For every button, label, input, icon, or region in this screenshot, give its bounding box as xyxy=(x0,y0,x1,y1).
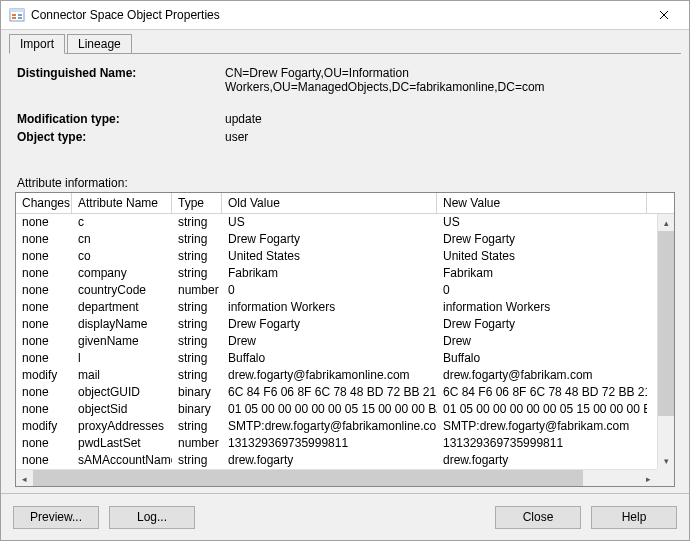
cell: sAMAccountName xyxy=(72,452,172,469)
col-old-value[interactable]: Old Value xyxy=(222,193,437,213)
cell: SMTP:drew.fogarty@fabrikamonline.com xyxy=(222,418,437,435)
window-title: Connector Space Object Properties xyxy=(31,8,643,22)
scroll-down-icon[interactable]: ▾ xyxy=(658,452,674,469)
objtype-label: Object type: xyxy=(15,130,225,144)
cell: string xyxy=(172,316,222,333)
cell: pwdLastSet xyxy=(72,435,172,452)
cell: modify xyxy=(16,367,72,384)
table-row[interactable]: nonecnstringDrew FogartyDrew Fogarty xyxy=(16,231,674,248)
cell: l xyxy=(72,350,172,367)
cell: string xyxy=(172,333,222,350)
hscroll-thumb[interactable] xyxy=(33,470,583,486)
cell: countryCode xyxy=(72,282,172,299)
table-row[interactable]: nonecostringUnited StatesUnited States xyxy=(16,248,674,265)
table-row[interactable]: noneobjectGUIDbinary6C 84 F6 06 8F 6C 78… xyxy=(16,384,674,401)
cell: objectSid xyxy=(72,401,172,418)
tab-strip: Import Lineage xyxy=(1,30,689,53)
table-row[interactable]: nonecstringUSUS xyxy=(16,214,674,231)
cell: string xyxy=(172,418,222,435)
table-row[interactable]: nonelstringBuffaloBuffalo xyxy=(16,350,674,367)
cell: string xyxy=(172,248,222,265)
cell: co xyxy=(72,248,172,265)
close-icon[interactable] xyxy=(643,1,685,29)
col-type[interactable]: Type xyxy=(172,193,222,213)
cell: United States xyxy=(222,248,437,265)
cell: Drew xyxy=(437,333,647,350)
scroll-left-icon[interactable]: ◂ xyxy=(16,470,33,486)
tab-import[interactable]: Import xyxy=(9,34,65,54)
cell: United States xyxy=(437,248,647,265)
table-row[interactable]: modifyproxyAddressesstringSMTP:drew.foga… xyxy=(16,418,674,435)
table-row[interactable]: nonecompanystringFabrikamFabrikam xyxy=(16,265,674,282)
table-row[interactable]: noneobjectSidbinary01 05 00 00 00 00 00 … xyxy=(16,401,674,418)
attribute-section-label: Attribute information: xyxy=(15,176,675,190)
cell: 131329369735999811 xyxy=(222,435,437,452)
table-row[interactable]: nonecountryCodenumber00 xyxy=(16,282,674,299)
vscroll-track[interactable] xyxy=(658,231,674,452)
tab-lineage-label: Lineage xyxy=(78,37,121,51)
cell: department xyxy=(72,299,172,316)
cell: string xyxy=(172,214,222,231)
cell: 0 xyxy=(222,282,437,299)
cell: drew.fogarty@fabrikamonline.com xyxy=(222,367,437,384)
svg-rect-4 xyxy=(18,14,22,16)
cell: none xyxy=(16,333,72,350)
table-row[interactable]: nonegivenNamestringDrewDrew xyxy=(16,333,674,350)
table-row[interactable]: nonedisplayNamestringDrew FogartyDrew Fo… xyxy=(16,316,674,333)
col-attribute-name[interactable]: Attribute Name xyxy=(72,193,172,213)
cell: none xyxy=(16,299,72,316)
vertical-scrollbar[interactable]: ▴ ▾ xyxy=(657,214,674,469)
cell: none xyxy=(16,350,72,367)
grid-body: nonecstringUSUSnonecnstringDrew FogartyD… xyxy=(16,214,674,486)
scroll-right-icon[interactable]: ▸ xyxy=(640,470,657,486)
cell: none xyxy=(16,265,72,282)
modtype-label: Modification type: xyxy=(15,112,225,126)
col-changes[interactable]: Changes xyxy=(16,193,72,213)
cell: none xyxy=(16,214,72,231)
preview-button[interactable]: Preview... xyxy=(13,506,99,529)
cell: Buffalo xyxy=(222,350,437,367)
table-row[interactable]: nonedepartmentstringinformation Workersi… xyxy=(16,299,674,316)
cell: none xyxy=(16,282,72,299)
svg-rect-1 xyxy=(10,9,24,12)
tab-panel-import: Distinguished Name: CN=Drew Fogarty,OU=I… xyxy=(9,53,681,493)
cell: Fabrikam xyxy=(437,265,647,282)
cell: US xyxy=(222,214,437,231)
cell: drew.fogarty xyxy=(437,452,647,469)
col-new-value[interactable]: New Value xyxy=(437,193,647,213)
cell: binary xyxy=(172,401,222,418)
cell: information Workers xyxy=(437,299,647,316)
log-button[interactable]: Log... xyxy=(109,506,195,529)
cell: string xyxy=(172,367,222,384)
table-row[interactable]: nonepwdLastSetnumber13132936973599981113… xyxy=(16,435,674,452)
cell: SMTP:drew.fogarty@fabrikam.com xyxy=(437,418,647,435)
table-row[interactable]: modifymailstringdrew.fogarty@fabrikamonl… xyxy=(16,367,674,384)
cell: modify xyxy=(16,418,72,435)
dn-value: CN=Drew Fogarty,OU=Information Workers,O… xyxy=(225,66,675,94)
cell: binary xyxy=(172,384,222,401)
scroll-up-icon[interactable]: ▴ xyxy=(658,214,674,231)
close-button[interactable]: Close xyxy=(495,506,581,529)
attribute-grid: Changes Attribute Name Type Old Value Ne… xyxy=(15,192,675,487)
dialog-footer: Preview... Log... Close Help xyxy=(1,493,689,540)
cell: proxyAddresses xyxy=(72,418,172,435)
cell: 0 xyxy=(437,282,647,299)
cell: none xyxy=(16,316,72,333)
table-row[interactable]: nonesAMAccountNamestringdrew.fogartydrew… xyxy=(16,452,674,469)
cell: none xyxy=(16,401,72,418)
horizontal-scrollbar[interactable]: ◂ ▸ xyxy=(16,469,657,486)
cell: none xyxy=(16,248,72,265)
cell: none xyxy=(16,231,72,248)
vscroll-thumb[interactable] xyxy=(658,231,674,416)
hscroll-track[interactable] xyxy=(33,470,640,486)
svg-rect-2 xyxy=(12,14,16,16)
cell: none xyxy=(16,452,72,469)
tab-lineage[interactable]: Lineage xyxy=(67,34,132,53)
cell: US xyxy=(437,214,647,231)
help-button[interactable]: Help xyxy=(591,506,677,529)
cell: cn xyxy=(72,231,172,248)
cell: string xyxy=(172,231,222,248)
scroll-corner xyxy=(657,469,674,486)
cell: Fabrikam xyxy=(222,265,437,282)
cell: none xyxy=(16,384,72,401)
